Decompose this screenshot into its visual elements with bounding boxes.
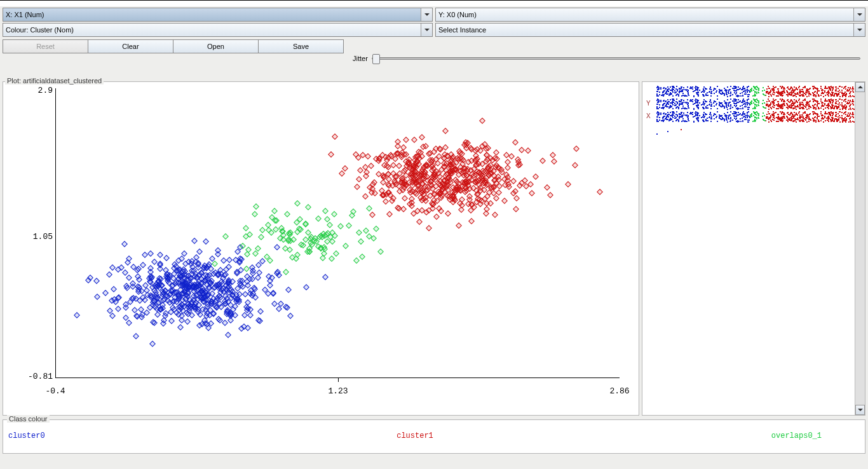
x-tick-mark — [338, 378, 339, 382]
attribute-strip[interactable] — [656, 86, 852, 97]
attribute-strip[interactable] — [656, 111, 852, 123]
class-colour-title: Class colour — [7, 415, 50, 423]
colour-label: Colour: Cluster (Nom) — [6, 26, 74, 34]
scroll-up-icon[interactable] — [855, 82, 865, 92]
legend-overlaps: overlaps0_1 — [550, 432, 860, 440]
attribute-strips-panel: Y X — [642, 81, 865, 416]
x-tick: 1.23 — [328, 386, 348, 396]
instance-label: Select Instance — [438, 26, 486, 34]
strip-label-x: X — [646, 112, 651, 119]
y-tick: 1.05 — [15, 232, 53, 241]
y-tick: -0.81 — [15, 372, 53, 381]
y-axis-select[interactable]: Y: X0 (Num) — [435, 8, 865, 22]
x-tick: 2.86 — [609, 386, 629, 396]
chevron-down-icon — [421, 8, 432, 21]
colour-select[interactable]: Colour: Cluster (Nom) — [3, 23, 433, 37]
attribute-strip[interactable] — [656, 124, 852, 135]
jitter-slider[interactable] — [372, 57, 860, 60]
legend-cluster0: cluster0 — [8, 432, 280, 440]
x-axis-select[interactable]: X: X1 (Num) — [3, 8, 433, 22]
chevron-down-icon — [421, 24, 432, 36]
scatter-plot-panel: 2.9 1.05 -0.81 -0.4 1.23 2.86 — [3, 81, 639, 416]
attribute-strip[interactable] — [656, 99, 852, 110]
class-colour-panel: Class colour cluster0 cluster1 overlaps0… — [3, 419, 865, 454]
strip-label-y: Y — [646, 100, 651, 107]
x-tick: -0.4 — [45, 386, 65, 396]
chevron-down-icon — [853, 8, 865, 21]
legend-cluster1: cluster1 — [280, 432, 551, 440]
y-tick: 2.9 — [15, 86, 53, 95]
open-button[interactable]: Open — [173, 39, 259, 53]
scroll-down-icon[interactable] — [855, 405, 865, 415]
x-axis-label: X: X1 (Num) — [6, 11, 44, 18]
scatter-plot-area[interactable] — [55, 88, 620, 378]
side-scrollbar[interactable] — [855, 82, 865, 415]
slider-thumb-icon[interactable] — [372, 54, 380, 64]
jitter-label: Jitter — [353, 55, 368, 62]
instance-select[interactable]: Select Instance — [435, 23, 865, 37]
plot-title: Plot: artificialdataset_clustered — [5, 77, 104, 85]
clear-button[interactable]: Clear — [88, 39, 173, 53]
chevron-down-icon — [853, 24, 865, 36]
y-axis-label: Y: X0 (Num) — [438, 11, 477, 18]
reset-button: Reset — [3, 39, 88, 53]
save-button[interactable]: Save — [258, 39, 344, 53]
